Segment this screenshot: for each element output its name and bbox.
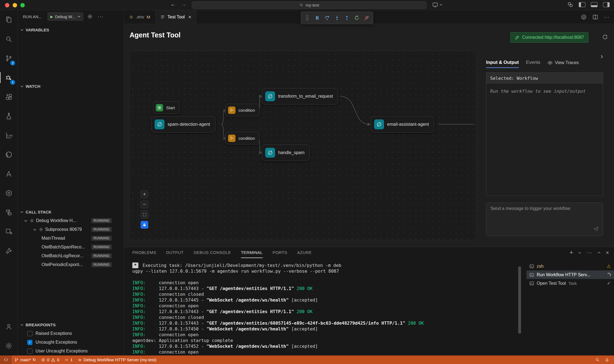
connection-status-badge[interactable]: Connected http://localhost:8087 (510, 32, 588, 43)
breakpoint-row[interactable]: ✓Uncaught Exceptions (18, 338, 124, 347)
call-stack-row[interactable]: Subprocess 80679RUNNING (18, 225, 124, 234)
close-tab-icon[interactable]: × (188, 14, 191, 20)
fit-view-button[interactable] (141, 211, 148, 218)
panel-tab-ports[interactable]: PORTS (273, 247, 287, 258)
debug-launch-dropdown[interactable]: ▶ Debug W... (48, 12, 83, 21)
step-into-button[interactable] (332, 13, 342, 23)
extensions-icon[interactable] (0, 87, 18, 106)
python-icon[interactable] (0, 203, 18, 222)
workflow-node-transform-to-email-request[interactable]: ∅ transform_to_email_request (262, 88, 338, 105)
breakpoint-row[interactable]: Raised Exceptions (18, 329, 124, 338)
zoom-window-button[interactable] (20, 3, 25, 7)
zoom-in-button[interactable]: + (141, 190, 148, 198)
panel-tab-debug-console[interactable]: DEBUG CONSOLE (194, 247, 231, 258)
breakpoint-row[interactable]: User Uncaught Exceptions (18, 347, 124, 355)
panel-tab-output[interactable]: OUTPUT (166, 247, 184, 258)
checkbox[interactable] (27, 331, 32, 336)
call-stack-section-header[interactable]: CALL STACK (18, 208, 124, 216)
new-terminal-icon[interactable]: + (569, 249, 573, 256)
github-icon[interactable] (0, 145, 18, 164)
panel-tab-azure[interactable]: AZURE (297, 247, 312, 258)
workflow-node-start[interactable]: Start (153, 101, 179, 114)
terminal-scrollbar[interactable] (518, 266, 521, 349)
window-switcher[interactable] (432, 2, 443, 8)
scrollbar-thumb[interactable] (518, 266, 521, 334)
panel-tab-problems[interactable]: PROBLEMS (132, 247, 156, 258)
sync-icon[interactable]: ↻ (32, 357, 36, 362)
forwarded-ports-item[interactable]: 1 (62, 355, 75, 364)
checkbox[interactable] (27, 349, 32, 354)
gear-icon[interactable] (86, 14, 94, 19)
call-stack-row[interactable]: OtelPeriodicExporti...RUNNING (18, 260, 124, 269)
workflow-node-email-assistant-agent[interactable]: ∅ email-assistant-agent (371, 116, 434, 133)
chevron-right-icon[interactable]: › (601, 52, 603, 61)
variables-section-header[interactable]: VARIABLES (18, 26, 124, 34)
notifications-item[interactable] (602, 357, 612, 362)
more-actions-icon[interactable]: ··· (604, 14, 610, 20)
terminal-output[interactable]: * Executing task: /Users/junjieli/Develo… (132, 262, 515, 355)
accounts-icon[interactable] (0, 317, 18, 336)
breakpoints-section-header[interactable]: BREAKPOINTS (18, 321, 124, 329)
checkbox[interactable]: ✓ (27, 340, 32, 345)
view-traces-button[interactable]: View Traces (547, 60, 579, 65)
zoom-out-button[interactable]: − (141, 201, 148, 208)
lock-button[interactable] (141, 221, 148, 229)
send-icon[interactable] (593, 226, 599, 233)
copilot-icon[interactable] (581, 14, 587, 20)
toggle-secondary-sidebar-icon[interactable] (603, 2, 610, 7)
remote-indicator[interactable] (0, 355, 12, 364)
search-view-icon[interactable] (0, 29, 18, 49)
tab-env[interactable]: .env M (124, 10, 155, 24)
pause-button[interactable] (313, 13, 322, 23)
problems-item[interactable]: 0 0 (39, 355, 62, 364)
call-stack-row[interactable]: OtelBatchSpanReco...RUNNING (18, 243, 124, 251)
output-log-icon[interactable]: LOG (0, 126, 18, 145)
chevron-down-icon[interactable] (32, 228, 37, 231)
toggle-panel-icon[interactable] (591, 2, 597, 7)
step-out-button[interactable] (342, 13, 352, 23)
launch-profile-chevron-icon[interactable] (578, 251, 582, 254)
nav-forward-icon[interactable]: → (179, 1, 188, 7)
minimize-window-button[interactable] (13, 3, 17, 7)
workflow-canvas[interactable]: Start ∅ spam-detection-agent condition c… (130, 51, 476, 240)
refresh-icon[interactable] (602, 34, 608, 41)
testing-icon[interactable] (0, 106, 18, 126)
tools-icon[interactable] (0, 241, 18, 261)
toggle-sidebar-icon[interactable] (579, 2, 585, 7)
more-actions-icon[interactable]: ··· (97, 14, 105, 20)
explorer-icon[interactable] (0, 10, 18, 29)
watch-section-header[interactable]: WATCH (18, 82, 124, 90)
call-stack-row[interactable]: Debug Workflow H...RUNNING (18, 216, 124, 225)
source-control-icon[interactable]: 2 (0, 49, 18, 68)
git-branch-item[interactable]: main* ↻ (12, 355, 39, 364)
split-editor-icon[interactable] (592, 14, 598, 20)
call-stack-row[interactable]: OtelBatchLogRecor...RUNNING (18, 251, 124, 260)
close-panel-icon[interactable]: × (606, 250, 609, 256)
maximize-panel-icon[interactable] (597, 251, 601, 254)
zoom-indicator[interactable] (593, 357, 602, 362)
workflow-node-handle-spam[interactable]: ∅ handle_spam (262, 144, 310, 161)
drag-handle-icon[interactable] (303, 13, 312, 23)
terminal-list-item[interactable]: Open Test ToolTask✓ (527, 279, 614, 288)
azure-icon[interactable] (0, 164, 18, 184)
command-center-search[interactable]: my-test (192, 1, 427, 9)
settings-gear-icon[interactable] (0, 336, 18, 355)
disconnect-button[interactable] (362, 13, 371, 23)
run-and-debug-icon[interactable]: 1 (0, 68, 18, 87)
panel-tab-terminal[interactable]: TERMINAL (241, 247, 263, 258)
close-window-button[interactable] (5, 3, 9, 7)
debug-session-item[interactable]: Debug Workflow HTTP Server (my-test) (75, 355, 159, 364)
step-over-button[interactable] (322, 13, 332, 23)
customize-layout-icon[interactable] (567, 2, 573, 8)
dev-container-icon[interactable] (0, 222, 18, 241)
nav-back-icon[interactable]: ← (169, 1, 177, 7)
terminal-list-item[interactable]: Run Workflow HTTP Serv... (527, 270, 614, 279)
tab-test-tool[interactable]: Test Tool × (155, 10, 197, 24)
workflow-node-condition-2[interactable]: condition (225, 132, 259, 144)
workflow-node-spam-detection-agent[interactable]: ∅ spam-detection-agent (151, 116, 215, 133)
chevron-down-icon[interactable] (23, 219, 28, 223)
more-actions-icon[interactable]: ··· (586, 250, 592, 256)
terminal-list-item[interactable]: zsh⚠ (527, 262, 614, 270)
message-input[interactable]: Send a message to trigger your workflow (486, 202, 603, 236)
tab-events[interactable]: Events (526, 58, 540, 68)
